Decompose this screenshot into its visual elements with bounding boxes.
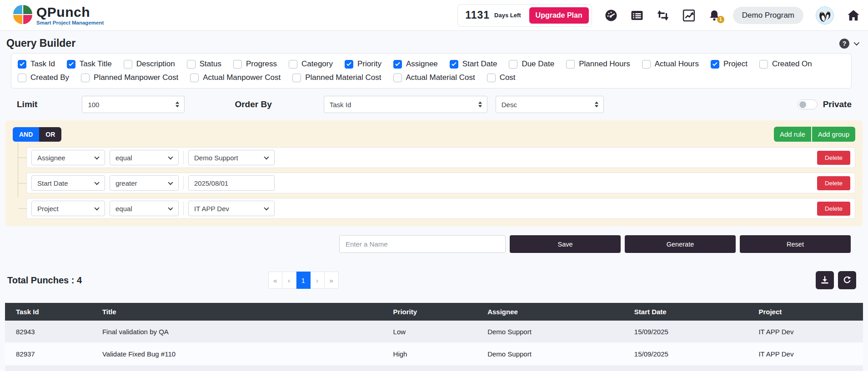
field-checkbox-created-by[interactable]: Created By	[18, 73, 69, 82]
dashboard-gauge-icon[interactable]	[604, 9, 618, 22]
rule-operator-select-value: greater	[115, 179, 137, 187]
repeat-icon[interactable]	[656, 9, 670, 22]
checkbox-icon	[124, 60, 132, 69]
page-button-current[interactable]: 1	[296, 272, 311, 289]
column-header-assignee: Assignee	[482, 303, 629, 321]
bell-icon[interactable]: 1	[708, 9, 721, 22]
program-button[interactable]: Demo Program	[733, 7, 803, 24]
field-checkbox-actual-manpower-cost[interactable]: Actual Manpower Cost	[190, 73, 281, 82]
rule-value-input[interactable]	[188, 175, 275, 191]
column-header-priority: Priority	[388, 303, 482, 321]
field-checkbox-progress[interactable]: Progress	[233, 59, 277, 69]
field-checkbox-task-title[interactable]: Task Title	[67, 59, 112, 69]
field-checkbox-actual-hours[interactable]: Actual Hours	[642, 59, 699, 69]
upgrade-plan-button[interactable]: Upgrade Plan	[529, 7, 589, 24]
rule-field-select-value: Project	[37, 205, 59, 213]
save-button[interactable]: Save	[510, 235, 621, 253]
table-row[interactable]: 82934Fix Bug #110 – Incorrect pass...Med…	[5, 365, 863, 371]
field-checkbox-planned-material-cost[interactable]: Planned Material Cost	[292, 73, 381, 82]
checkbox-label: Progress	[246, 59, 277, 69]
fields-row-1: Task IdTask TitleDescriptionStatusProgre…	[18, 57, 845, 71]
field-checkbox-project[interactable]: Project	[711, 59, 748, 69]
field-checkbox-status[interactable]: Status	[187, 59, 221, 69]
top-header: QPunch Smart Project Management 1131 Day…	[0, 0, 868, 31]
column-header-start-date: Start Date	[629, 303, 753, 321]
rule-operator-select[interactable]: greater	[110, 175, 179, 191]
table-cell: Demo Support	[482, 343, 629, 365]
reset-button[interactable]: Reset	[740, 235, 851, 253]
avatar[interactable]	[816, 6, 834, 25]
field-checkbox-created-on[interactable]: Created On	[759, 59, 812, 69]
generate-button[interactable]: Generate	[625, 235, 736, 253]
rule-operator-select[interactable]: equal	[110, 150, 179, 165]
chart-line-icon[interactable]	[682, 9, 696, 22]
rule-value-select[interactable]: IT APP Dev	[188, 201, 275, 216]
fields-card: Task IdTask TitleDescriptionStatusProgre…	[11, 53, 852, 89]
chevron-down-icon	[264, 205, 269, 210]
field-checkbox-priority[interactable]: Priority	[345, 59, 381, 69]
field-checkbox-description[interactable]: Description	[124, 59, 175, 69]
rule-value-select[interactable]: Demo Support	[188, 150, 275, 165]
download-button[interactable]	[816, 271, 834, 289]
refresh-icon	[842, 275, 852, 285]
field-checkbox-due-date[interactable]: Due Date	[509, 59, 554, 69]
rule-row: AssigneeequalDemo SupportDelete	[26, 147, 855, 168]
punch-table: Task IdTitlePriorityAssigneeStart DatePr…	[5, 303, 863, 371]
query-name-input[interactable]	[339, 235, 506, 253]
field-checkbox-planned-manpower-cost[interactable]: Planned Manpower Cost	[81, 73, 178, 82]
add-rule-button[interactable]: Add rule	[774, 127, 811, 142]
order-direction-value: Desc	[502, 101, 517, 109]
checkbox-label: Assignee	[406, 59, 438, 69]
list-icon[interactable]	[630, 9, 644, 22]
conjunction-toggle: AND OR	[13, 127, 61, 142]
checkbox-label: Planned Manpower Cost	[94, 73, 178, 82]
checkbox-icon	[292, 74, 301, 82]
page-button[interactable]: «	[268, 272, 282, 289]
field-checkbox-task-id[interactable]: Task Id	[18, 59, 55, 69]
and-button[interactable]: AND	[13, 127, 39, 142]
checkbox-icon	[450, 60, 458, 69]
page-button[interactable]: ‹	[282, 272, 296, 289]
rules-list: AssigneeequalDemo SupportDeleteStart Dat…	[13, 147, 855, 219]
chevron-down-icon	[264, 154, 269, 159]
delete-rule-button[interactable]: Delete	[817, 202, 850, 216]
select-arrows-icon	[595, 102, 598, 108]
chevron-down-icon	[94, 180, 99, 185]
limit-select[interactable]: 100	[82, 96, 185, 113]
brand-subtitle: Smart Project Management	[36, 20, 104, 25]
field-checkbox-category[interactable]: Category	[289, 59, 333, 69]
rule-field-select[interactable]: Start Date	[31, 175, 105, 191]
private-toggle[interactable]	[798, 99, 818, 109]
toggle-knob	[799, 101, 806, 108]
field-checkbox-planned-hours[interactable]: Planned Hours	[566, 59, 630, 69]
table-cell: Final validation by QA	[97, 321, 388, 343]
delete-rule-button[interactable]: Delete	[817, 176, 850, 190]
checkbox-label: Task Title	[80, 59, 112, 69]
rule-field-select-value: Assignee	[37, 154, 65, 162]
order-direction-select[interactable]: Desc	[496, 96, 604, 113]
chevron-down-icon[interactable]	[854, 40, 860, 46]
main-content: Query Builder ? Task IdTask TitleDescrip…	[0, 31, 868, 371]
results-header: Total Punches : 4 «‹1›»	[7, 271, 856, 289]
add-group-button[interactable]: Add group	[812, 127, 855, 142]
rule-field-select[interactable]: Project	[31, 201, 105, 216]
field-checkbox-actual-material-cost[interactable]: Actual Material Cost	[393, 73, 475, 82]
refresh-button[interactable]	[838, 271, 856, 289]
field-checkbox-start-date[interactable]: Start Date	[450, 59, 497, 69]
home-icon[interactable]	[846, 8, 861, 23]
rule-field-select[interactable]: Assignee	[31, 150, 105, 165]
brand-logo[interactable]: QPunch Smart Project Management	[13, 5, 104, 26]
field-checkbox-cost[interactable]: Cost	[487, 73, 516, 82]
help-icon[interactable]: ?	[839, 39, 849, 49]
checkbox-icon	[18, 60, 26, 69]
page-button[interactable]: ›	[311, 272, 325, 289]
page-button[interactable]: »	[325, 272, 339, 289]
or-button[interactable]: OR	[39, 127, 61, 142]
field-checkbox-assignee[interactable]: Assignee	[393, 59, 438, 69]
rule-operator-select[interactable]: equal	[110, 201, 179, 216]
rule-row: ProjectequalIT APP DevDelete	[26, 198, 855, 219]
table-row[interactable]: 82937Validate Fixed Bug #110HighDemo Sup…	[5, 343, 863, 365]
delete-rule-button[interactable]: Delete	[817, 151, 850, 165]
table-row[interactable]: 82943Final validation by QALowDemo Suppo…	[5, 321, 863, 343]
order-field-select[interactable]: Task Id	[324, 96, 487, 113]
